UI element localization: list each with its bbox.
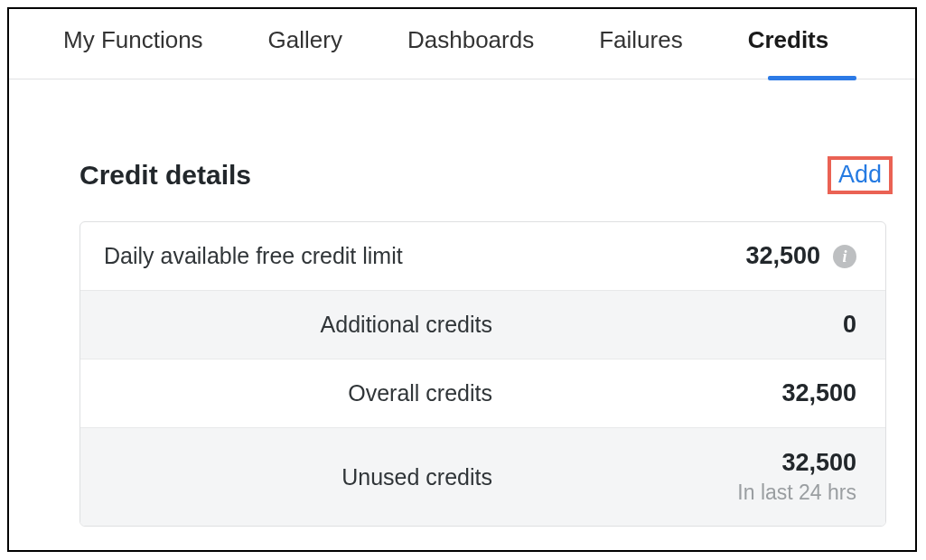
row-label: Daily available free credit limit xyxy=(104,243,492,269)
active-tab-underline xyxy=(768,76,856,80)
row-value: 32,500 xyxy=(745,242,820,270)
section-title: Credit details xyxy=(80,160,251,191)
table-row: Overall credits 32,500 xyxy=(80,359,885,428)
table-row: Additional credits 0 xyxy=(80,291,885,359)
tab-credits[interactable]: Credits xyxy=(748,15,829,72)
row-value: 32,500 xyxy=(781,379,856,407)
row-value-cell: 32,500 In last 24 hrs xyxy=(492,449,862,505)
tab-failures[interactable]: Failures xyxy=(599,15,682,72)
content-area: Credit details Add Daily available free … xyxy=(9,79,915,527)
row-value-block: 32,500 In last 24 hrs xyxy=(737,449,856,505)
table-row: Daily available free credit limit 32,500… xyxy=(80,222,885,291)
credit-details-table: Daily available free credit limit 32,500… xyxy=(80,221,886,527)
app-frame: My Functions Gallery Dashboards Failures… xyxy=(7,7,917,552)
tab-dashboards[interactable]: Dashboards xyxy=(407,15,534,72)
row-value-cell: 32,500 i xyxy=(492,242,862,270)
add-button[interactable]: Add xyxy=(828,156,893,194)
info-icon[interactable]: i xyxy=(833,245,856,268)
row-value-cell: 0 xyxy=(492,311,862,339)
tab-my-functions[interactable]: My Functions xyxy=(63,15,203,72)
row-label: Unused credits xyxy=(104,464,492,490)
row-caption: In last 24 hrs xyxy=(737,481,856,505)
row-value: 32,500 xyxy=(781,449,856,477)
row-label: Overall credits xyxy=(104,380,492,406)
table-row: Unused credits 32,500 In last 24 hrs xyxy=(80,428,885,526)
tab-bar: My Functions Gallery Dashboards Failures… xyxy=(9,9,915,79)
section-header: Credit details Add xyxy=(80,156,893,194)
tab-gallery[interactable]: Gallery xyxy=(268,15,342,72)
row-value-cell: 32,500 xyxy=(492,379,862,407)
row-label: Additional credits xyxy=(104,312,492,338)
row-value: 0 xyxy=(843,311,856,339)
